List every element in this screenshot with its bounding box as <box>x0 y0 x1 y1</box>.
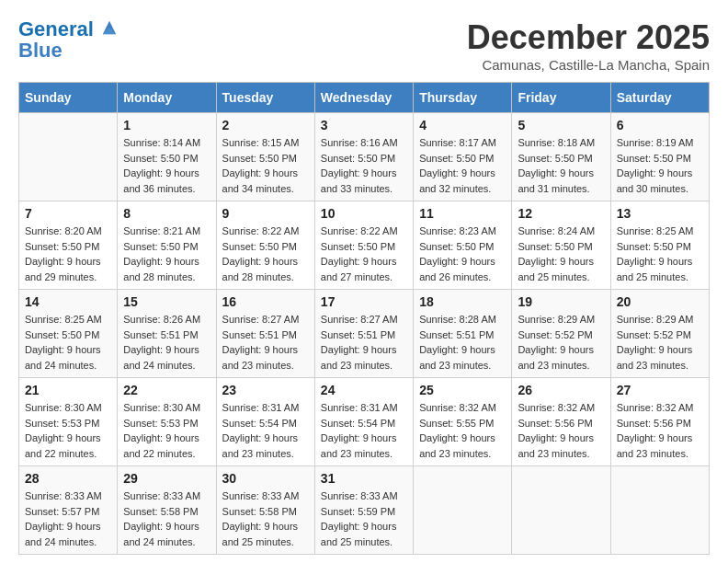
day-number: 6 <box>617 118 703 132</box>
logo-blue: Blue <box>18 39 63 63</box>
day-number: 31 <box>321 471 407 486</box>
calendar-cell: 29Sunrise: 8:33 AMSunset: 5:58 PMDayligh… <box>118 466 216 555</box>
day-info: Sunrise: 8:33 AMSunset: 5:58 PMDaylight:… <box>222 488 309 549</box>
calendar-cell: 27Sunrise: 8:32 AMSunset: 5:56 PMDayligh… <box>610 378 709 466</box>
day-number: 28 <box>25 471 111 486</box>
day-info: Sunrise: 8:32 AMSunset: 5:55 PMDaylight:… <box>419 400 506 461</box>
day-info: Sunrise: 8:20 AMSunset: 5:50 PMDaylight:… <box>25 224 111 284</box>
calendar-cell: 4Sunrise: 8:17 AMSunset: 5:50 PMDaylight… <box>414 113 512 201</box>
calendar-week-2: 7Sunrise: 8:20 AMSunset: 5:50 PMDaylight… <box>19 201 710 290</box>
day-info: Sunrise: 8:32 AMSunset: 5:56 PMDaylight:… <box>617 400 703 461</box>
header-saturday: Saturday <box>610 83 709 113</box>
day-number: 14 <box>25 294 111 309</box>
calendar-cell: 12Sunrise: 8:24 AMSunset: 5:50 PMDayligh… <box>512 201 610 290</box>
day-number: 20 <box>617 294 703 309</box>
day-number: 13 <box>617 206 703 221</box>
calendar-cell: 19Sunrise: 8:29 AMSunset: 5:52 PMDayligh… <box>512 290 610 378</box>
header-thursday: Thursday <box>414 83 512 113</box>
day-number: 15 <box>123 294 210 309</box>
day-info: Sunrise: 8:19 AMSunset: 5:50 PMDaylight:… <box>617 135 703 196</box>
page-header: General Blue December 2025 Camunas, Cast… <box>18 18 710 73</box>
day-number: 10 <box>321 206 407 221</box>
day-info: Sunrise: 8:26 AMSunset: 5:51 PMDaylight:… <box>123 312 210 373</box>
calendar-cell: 20Sunrise: 8:29 AMSunset: 5:52 PMDayligh… <box>610 290 709 378</box>
calendar-cell: 3Sunrise: 8:16 AMSunset: 5:50 PMDaylight… <box>314 113 413 201</box>
calendar-cell: 24Sunrise: 8:31 AMSunset: 5:54 PMDayligh… <box>314 378 413 466</box>
calendar-cell: 2Sunrise: 8:15 AMSunset: 5:50 PMDaylight… <box>216 113 314 201</box>
day-number: 8 <box>123 206 210 221</box>
day-number: 1 <box>123 118 210 132</box>
calendar-cell: 6Sunrise: 8:19 AMSunset: 5:50 PMDaylight… <box>610 113 709 201</box>
day-info: Sunrise: 8:27 AMSunset: 5:51 PMDaylight:… <box>222 312 309 373</box>
logo: General Blue <box>18 18 118 63</box>
day-number: 18 <box>419 294 506 309</box>
calendar-header-row: SundayMondayTuesdayWednesdayThursdayFrid… <box>19 83 710 113</box>
day-number: 3 <box>321 118 407 132</box>
header-friday: Friday <box>512 83 610 113</box>
calendar-cell: 23Sunrise: 8:31 AMSunset: 5:54 PMDayligh… <box>216 378 314 466</box>
day-number: 23 <box>222 383 309 397</box>
day-number: 30 <box>222 471 309 486</box>
calendar-cell <box>610 466 709 555</box>
day-info: Sunrise: 8:18 AMSunset: 5:50 PMDaylight:… <box>518 135 604 196</box>
day-info: Sunrise: 8:14 AMSunset: 5:50 PMDaylight:… <box>123 135 210 196</box>
day-number: 2 <box>222 118 309 132</box>
day-info: Sunrise: 8:27 AMSunset: 5:51 PMDaylight:… <box>321 312 407 373</box>
calendar-cell: 13Sunrise: 8:25 AMSunset: 5:50 PMDayligh… <box>610 201 709 290</box>
day-info: Sunrise: 8:25 AMSunset: 5:50 PMDaylight:… <box>25 312 111 373</box>
day-info: Sunrise: 8:25 AMSunset: 5:50 PMDaylight:… <box>617 224 703 284</box>
day-info: Sunrise: 8:15 AMSunset: 5:50 PMDaylight:… <box>222 135 309 196</box>
day-number: 16 <box>222 294 309 309</box>
calendar-cell: 28Sunrise: 8:33 AMSunset: 5:57 PMDayligh… <box>19 466 118 555</box>
calendar-cell: 21Sunrise: 8:30 AMSunset: 5:53 PMDayligh… <box>19 378 118 466</box>
calendar-cell <box>414 466 512 555</box>
logo-icon <box>101 19 118 36</box>
day-number: 9 <box>222 206 309 221</box>
calendar-cell: 22Sunrise: 8:30 AMSunset: 5:53 PMDayligh… <box>118 378 216 466</box>
calendar-cell: 8Sunrise: 8:21 AMSunset: 5:50 PMDaylight… <box>118 201 216 290</box>
header-sunday: Sunday <box>19 83 118 113</box>
calendar-week-4: 21Sunrise: 8:30 AMSunset: 5:53 PMDayligh… <box>19 378 710 466</box>
calendar-week-3: 14Sunrise: 8:25 AMSunset: 5:50 PMDayligh… <box>19 290 710 378</box>
day-number: 5 <box>518 118 604 132</box>
calendar-cell: 30Sunrise: 8:33 AMSunset: 5:58 PMDayligh… <box>216 466 314 555</box>
day-info: Sunrise: 8:32 AMSunset: 5:56 PMDaylight:… <box>518 400 604 461</box>
day-info: Sunrise: 8:31 AMSunset: 5:54 PMDaylight:… <box>222 400 309 461</box>
day-info: Sunrise: 8:29 AMSunset: 5:52 PMDaylight:… <box>617 312 703 373</box>
header-wednesday: Wednesday <box>314 83 413 113</box>
calendar-cell: 31Sunrise: 8:33 AMSunset: 5:59 PMDayligh… <box>314 466 413 555</box>
calendar-cell: 25Sunrise: 8:32 AMSunset: 5:55 PMDayligh… <box>414 378 512 466</box>
calendar-cell: 14Sunrise: 8:25 AMSunset: 5:50 PMDayligh… <box>19 290 118 378</box>
day-number: 7 <box>25 206 111 221</box>
header-monday: Monday <box>118 83 216 113</box>
calendar-cell: 9Sunrise: 8:22 AMSunset: 5:50 PMDaylight… <box>216 201 314 290</box>
day-number: 25 <box>419 383 506 397</box>
day-info: Sunrise: 8:22 AMSunset: 5:50 PMDaylight:… <box>321 224 407 284</box>
day-number: 11 <box>419 206 506 221</box>
calendar-cell: 5Sunrise: 8:18 AMSunset: 5:50 PMDaylight… <box>512 113 610 201</box>
day-info: Sunrise: 8:30 AMSunset: 5:53 PMDaylight:… <box>123 400 210 461</box>
calendar-week-5: 28Sunrise: 8:33 AMSunset: 5:57 PMDayligh… <box>19 466 710 555</box>
title-block: December 2025 Camunas, Castille-La Manch… <box>467 18 710 73</box>
calendar-cell <box>19 113 118 201</box>
day-info: Sunrise: 8:29 AMSunset: 5:52 PMDaylight:… <box>518 312 604 373</box>
day-number: 24 <box>321 383 407 397</box>
day-info: Sunrise: 8:33 AMSunset: 5:59 PMDaylight:… <box>321 488 407 549</box>
day-info: Sunrise: 8:21 AMSunset: 5:50 PMDaylight:… <box>123 224 210 284</box>
calendar-cell: 10Sunrise: 8:22 AMSunset: 5:50 PMDayligh… <box>314 201 413 290</box>
day-info: Sunrise: 8:23 AMSunset: 5:50 PMDaylight:… <box>419 224 506 284</box>
day-info: Sunrise: 8:24 AMSunset: 5:50 PMDaylight:… <box>518 224 604 284</box>
calendar-cell: 17Sunrise: 8:27 AMSunset: 5:51 PMDayligh… <box>314 290 413 378</box>
day-number: 19 <box>518 294 604 309</box>
day-number: 29 <box>123 471 210 486</box>
day-number: 21 <box>25 383 111 397</box>
calendar-cell: 7Sunrise: 8:20 AMSunset: 5:50 PMDaylight… <box>19 201 118 290</box>
calendar-cell: 26Sunrise: 8:32 AMSunset: 5:56 PMDayligh… <box>512 378 610 466</box>
calendar-cell: 16Sunrise: 8:27 AMSunset: 5:51 PMDayligh… <box>216 290 314 378</box>
day-info: Sunrise: 8:22 AMSunset: 5:50 PMDaylight:… <box>222 224 309 284</box>
day-info: Sunrise: 8:17 AMSunset: 5:50 PMDaylight:… <box>419 135 506 196</box>
calendar-cell: 18Sunrise: 8:28 AMSunset: 5:51 PMDayligh… <box>414 290 512 378</box>
day-number: 4 <box>419 118 506 132</box>
day-info: Sunrise: 8:16 AMSunset: 5:50 PMDaylight:… <box>321 135 407 196</box>
day-info: Sunrise: 8:30 AMSunset: 5:53 PMDaylight:… <box>25 400 111 461</box>
